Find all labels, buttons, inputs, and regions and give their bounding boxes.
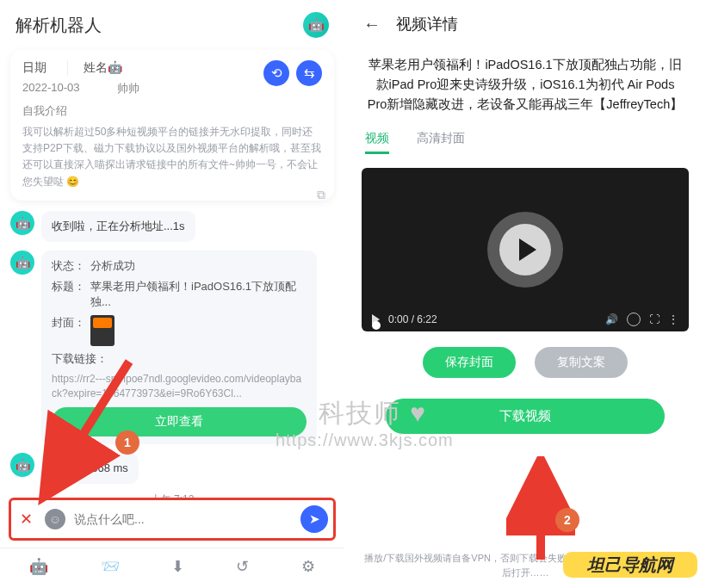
detail-panel: ← 视频详情 苹果老用户领福利！iPadOS16.1下放顶配独占功能，旧款iPa… bbox=[344, 0, 706, 588]
date-label: 日期 bbox=[22, 60, 46, 76]
emoji-icon[interactable]: ☺ bbox=[45, 509, 65, 529]
action-row: 保存封面 复制文案 bbox=[360, 347, 691, 378]
video-player[interactable]: 0:00 / 6:22 🔊 ⛶ ⋮ bbox=[362, 168, 689, 331]
title-value: 苹果老用户领福利！iPadOS16.1下放顶配独... bbox=[90, 279, 307, 310]
message-input-bar: ✕ ☺ ➤ bbox=[9, 498, 336, 541]
status-key: 状态： bbox=[52, 258, 85, 274]
more-icon[interactable]: ⋮ bbox=[668, 313, 678, 325]
name-value: 帅帅 bbox=[101, 81, 139, 96]
chat-panel: 解析机器人 🤖 ⟲ ⇆ 日期 姓名🤖 2022-10-03 帅帅 自我介绍 我可… bbox=[0, 0, 344, 588]
cover-key: 封面： bbox=[52, 315, 85, 331]
tab-history-icon[interactable]: ↺ bbox=[236, 557, 249, 576]
title-key: 标题： bbox=[52, 279, 85, 294]
annotation-badge-2: 2 bbox=[555, 508, 579, 532]
tab-settings-icon[interactable]: ⚙ bbox=[301, 557, 315, 576]
download-link[interactable]: https://rr2---sn-npoe7ndl.googlevideo.co… bbox=[52, 372, 307, 401]
tab-robot-icon[interactable]: 🤖 bbox=[29, 557, 48, 576]
message-input[interactable] bbox=[74, 512, 292, 526]
result-bubble: 状态：分析成功 标题：苹果老用户领福利！iPadOS16.1下放顶配独... 封… bbox=[41, 251, 317, 445]
elapsed-value: 1368 ms bbox=[85, 461, 128, 474]
message-row: 🤖 状态：分析成功 标题：苹果老用户领福利！iPadOS16.1下放顶配独...… bbox=[10, 251, 334, 445]
tab-video[interactable]: 视频 bbox=[365, 131, 389, 154]
status-value: 分析成功 bbox=[90, 258, 135, 274]
date-value: 2022-10-03 bbox=[22, 81, 80, 96]
annotation-badge-1: 1 bbox=[115, 430, 139, 455]
volume-icon[interactable]: 🔊 bbox=[605, 313, 618, 325]
tab-hd-cover[interactable]: 高清封面 bbox=[417, 131, 465, 154]
tab-download-icon[interactable]: ⬇ bbox=[171, 557, 184, 576]
download-video-button[interactable]: 下载视频 bbox=[386, 399, 665, 434]
robot-icon: 🤖 bbox=[10, 453, 34, 477]
chat-header: 解析机器人 🤖 bbox=[0, 0, 344, 46]
link-key: 下载链接： bbox=[52, 351, 108, 367]
refresh-button[interactable]: ⟲ bbox=[263, 60, 289, 86]
self-intro-body: 我可以解析超过50多种短视频平台的链接并无水印提取，同时还支持P2P下载、磁力下… bbox=[22, 124, 322, 190]
message-bubble: 耗时：1368 ms bbox=[41, 453, 139, 484]
play-button-outer[interactable] bbox=[487, 212, 563, 288]
message-bubble: 收到啦，正在分析地址...1s bbox=[41, 211, 195, 242]
player-controls: 0:00 / 6:22 🔊 ⛶ ⋮ bbox=[362, 313, 689, 326]
chat-header-title: 解析机器人 bbox=[15, 14, 102, 37]
bottom-tabbar: 🤖 📨 ⬇ ↺ ⚙ bbox=[0, 548, 344, 588]
close-icon[interactable]: ✕ bbox=[16, 510, 36, 529]
elapsed-key: 耗时： bbox=[52, 461, 85, 474]
bot-avatar-icon[interactable]: 🤖 bbox=[303, 12, 329, 38]
save-cover-button[interactable]: 保存封面 bbox=[423, 347, 516, 378]
tab-inbox-icon[interactable]: 📨 bbox=[101, 557, 120, 576]
video-title: 苹果老用户领福利！iPadOS16.1下放顶配独占功能，旧款iPad Pro迎来… bbox=[360, 43, 691, 131]
robot-icon: 🤖 bbox=[10, 251, 34, 275]
footer-note: 播放/下载国外视频请自备VPN，否则下载会失败；……后连接，否则连接vpn后打开… bbox=[360, 551, 691, 579]
cover-thumbnail[interactable] bbox=[90, 315, 115, 346]
play-icon bbox=[519, 238, 536, 261]
player-time: 0:00 / 6:22 bbox=[388, 313, 437, 325]
name-label: 姓名🤖 bbox=[67, 60, 122, 76]
detail-title: 视频详情 bbox=[396, 14, 458, 34]
detail-header: ← 视频详情 bbox=[360, 0, 691, 43]
intro-card: ⟲ ⇆ 日期 姓名🤖 2022-10-03 帅帅 自我介绍 我可以解析超过50多… bbox=[10, 50, 334, 201]
self-intro-label: 自我介绍 bbox=[22, 103, 322, 119]
progress-handle[interactable] bbox=[372, 321, 381, 330]
fullscreen-icon[interactable]: ⛶ bbox=[649, 313, 660, 325]
share-button[interactable]: ⇆ bbox=[296, 60, 322, 86]
copy-text-button[interactable]: 复制文案 bbox=[535, 347, 628, 378]
view-now-button[interactable]: 立即查看 bbox=[52, 407, 307, 436]
send-button[interactable]: ➤ bbox=[300, 505, 328, 533]
message-row: 🤖 耗时：1368 ms bbox=[10, 453, 334, 484]
message-row: 🤖 收到啦，正在分析地址...1s bbox=[10, 211, 334, 242]
settings-icon[interactable] bbox=[627, 313, 641, 326]
chat-messages: 🤖 收到啦，正在分析地址...1s ⧉ 🤖 状态：分析成功 标题：苹果老用户领福… bbox=[0, 207, 344, 498]
robot-icon: 🤖 bbox=[10, 211, 34, 235]
back-icon[interactable]: ← bbox=[363, 15, 381, 34]
detail-tabs: 视频 高清封面 bbox=[360, 131, 691, 163]
